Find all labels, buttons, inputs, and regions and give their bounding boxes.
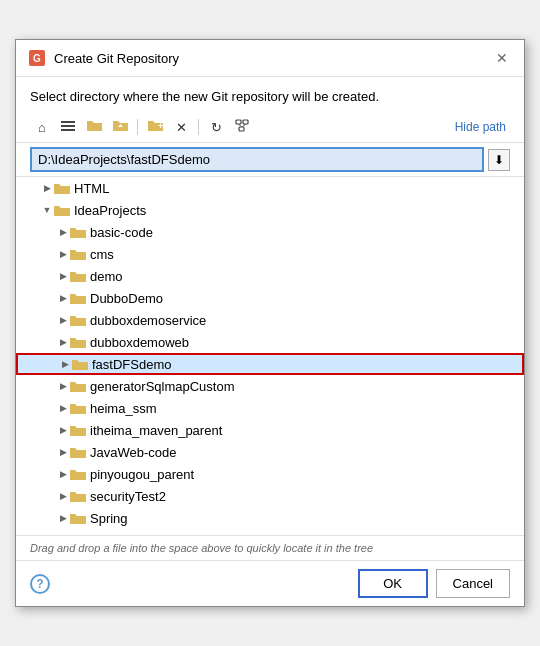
list-item[interactable]: ▶ securityTest2 — [16, 485, 524, 507]
list-item[interactable]: ▶ Spring — [16, 507, 524, 529]
list-item[interactable]: ▶ dubboxdemoservice — [16, 309, 524, 331]
title-bar: G Create Git Repository ✕ — [16, 40, 524, 77]
hint-text: Drag and drop a file into the space abov… — [16, 536, 524, 560]
ok-button[interactable]: OK — [358, 569, 428, 598]
svg-rect-2 — [61, 121, 75, 123]
folder-icon — [54, 203, 70, 217]
home-button[interactable]: ⌂ — [30, 116, 54, 138]
new-folder-icon: + — [148, 119, 163, 135]
expand-icon: ▶ — [56, 467, 70, 481]
help-button[interactable]: ? — [30, 574, 50, 594]
item-label: dubboxdemoservice — [90, 313, 206, 328]
selected-tree-item[interactable]: ▶ fastDFSdemo — [16, 353, 524, 375]
path-row: ⬇ — [16, 143, 524, 176]
dialog-footer: ? OK Cancel — [16, 560, 524, 606]
footer-buttons: OK Cancel — [358, 569, 510, 598]
file-tree: ▶ HTML ▼ IdeaProjects ▶ basic-code ▶ — [16, 176, 524, 536]
list-item[interactable]: ▶ pinyougou_parent — [16, 463, 524, 485]
git-icon: G — [28, 49, 46, 67]
list-item[interactable]: ▶ HTML — [16, 177, 524, 199]
item-label: cms — [90, 247, 114, 262]
network-button[interactable] — [230, 116, 254, 138]
svg-rect-4 — [61, 129, 75, 131]
description-text: Select directory where the new Git repos… — [16, 77, 524, 112]
close-button[interactable]: ✕ — [492, 48, 512, 68]
item-label: pinyougou_parent — [90, 467, 194, 482]
item-label: itheima_maven_parent — [90, 423, 222, 438]
toolbar-divider1 — [137, 119, 138, 135]
expand-icon: ▶ — [56, 379, 70, 393]
item-label: dubboxdemoweb — [90, 335, 189, 350]
folder-icon — [70, 401, 86, 415]
path-download-button[interactable]: ⬇ — [488, 149, 510, 171]
list-item[interactable]: ▶ heima_ssm — [16, 397, 524, 419]
folder-icon — [72, 357, 88, 371]
item-label: IdeaProjects — [74, 203, 146, 218]
folder-icon — [70, 511, 86, 525]
refresh-button[interactable]: ↻ — [204, 116, 228, 138]
list-item[interactable]: ▶ dubboxdemoweb — [16, 331, 524, 353]
toolbar: ⌂ + — [16, 112, 524, 143]
toolbar-buttons: ⌂ + — [30, 116, 254, 138]
svg-text:G: G — [33, 53, 41, 64]
path-input[interactable] — [30, 147, 484, 172]
item-label: generatorSqlmapCustom — [90, 379, 235, 394]
folder-icon — [70, 445, 86, 459]
expand-icon: ▶ — [56, 401, 70, 415]
svg-text:+: + — [158, 121, 163, 131]
item-label: demo — [90, 269, 123, 284]
expand-icon: ▶ — [58, 357, 72, 371]
item-label: basic-code — [90, 225, 153, 240]
folder-icon — [70, 247, 86, 261]
hide-path-button[interactable]: Hide path — [451, 118, 510, 136]
list-item[interactable]: ▶ JavaWeb-code — [16, 441, 524, 463]
list-item[interactable]: ▶ DubboDemo — [16, 287, 524, 309]
expand-icon: ▶ — [56, 423, 70, 437]
expand-icon: ▼ — [40, 203, 54, 217]
folder-icon — [70, 225, 86, 239]
folder-icon — [54, 181, 70, 195]
expand-icon: ▶ — [56, 489, 70, 503]
folder-icon — [87, 119, 102, 135]
folder-up-button[interactable] — [108, 116, 132, 138]
svg-rect-9 — [239, 127, 244, 131]
svg-rect-3 — [61, 125, 75, 127]
item-label: fastDFSdemo — [92, 357, 171, 372]
folder-up-icon — [113, 119, 128, 135]
list-item[interactable]: ▶ basic-code — [16, 221, 524, 243]
toolbar-divider2 — [198, 119, 199, 135]
list-view-button[interactable] — [56, 116, 80, 138]
folder-icon — [70, 291, 86, 305]
refresh-icon: ↻ — [211, 120, 222, 135]
list-icon — [61, 120, 75, 135]
svg-rect-8 — [243, 120, 248, 124]
delete-button[interactable]: ✕ — [169, 116, 193, 138]
expand-icon: ▶ — [56, 313, 70, 327]
list-item[interactable]: ▶ generatorSqlmapCustom — [16, 375, 524, 397]
folder-icon — [70, 313, 86, 327]
list-item[interactable]: ▼ IdeaProjects — [16, 199, 524, 221]
download-icon: ⬇ — [494, 153, 504, 167]
expand-icon: ▶ — [56, 247, 70, 261]
network-icon — [235, 119, 249, 135]
item-label: securityTest2 — [90, 489, 166, 504]
cancel-button[interactable]: Cancel — [436, 569, 510, 598]
create-git-repo-dialog: G Create Git Repository ✕ Select directo… — [15, 39, 525, 607]
svg-rect-7 — [236, 120, 241, 124]
list-item[interactable]: ▶ cms — [16, 243, 524, 265]
folder-icon — [70, 467, 86, 481]
expand-icon: ▶ — [56, 225, 70, 239]
folder-icon — [70, 335, 86, 349]
list-item[interactable]: ▶ itheima_maven_parent — [16, 419, 524, 441]
item-label: heima_ssm — [90, 401, 156, 416]
item-label: HTML — [74, 181, 109, 196]
new-folder-button[interactable]: + — [143, 116, 167, 138]
title-bar-left: G Create Git Repository — [28, 49, 179, 67]
expand-icon: ▶ — [40, 181, 54, 195]
dialog-title: Create Git Repository — [54, 51, 179, 66]
list-item[interactable]: ▶ demo — [16, 265, 524, 287]
item-label: Spring — [90, 511, 128, 526]
expand-icon: ▶ — [56, 335, 70, 349]
folder-button[interactable] — [82, 116, 106, 138]
expand-icon: ▶ — [56, 269, 70, 283]
